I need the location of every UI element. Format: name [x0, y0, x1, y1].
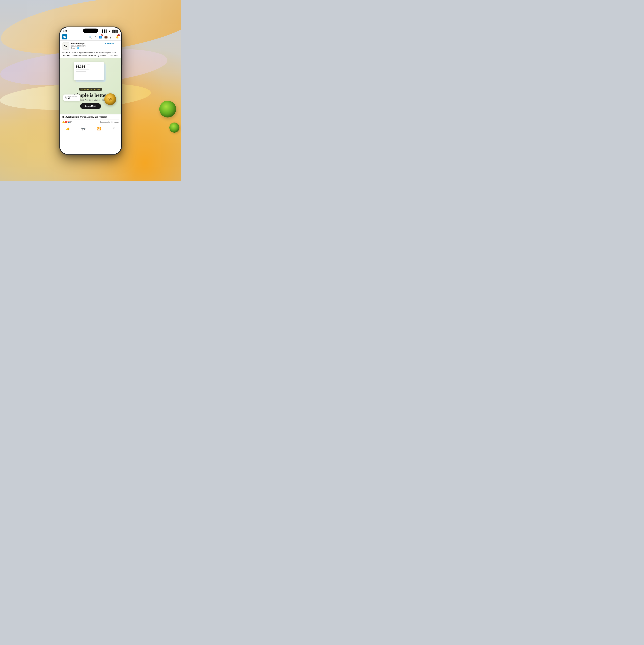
home-nav-icon[interactable]: ⌂ — [94, 35, 96, 39]
send-icon: ✉ — [112, 127, 115, 131]
post-header: W Wealthsimple 110,652 followers 1mo • 🌐… — [60, 41, 121, 51]
home-icon: ⌂ — [94, 35, 96, 39]
see-more-link[interactable]: ...see more — [108, 54, 118, 57]
battery-icon: ▓▓▓ — [112, 29, 118, 33]
card-mockup: Sasha's GRSP Total Value $6,364 — [74, 62, 107, 83]
messages-icon: 💬 — [110, 35, 113, 39]
company-avatar[interactable]: W — [62, 42, 69, 50]
time-text: 1mo — [71, 47, 75, 49]
comments-count: 3 comments — [100, 121, 110, 123]
jobs-icon: 💼 — [104, 35, 108, 39]
green-ball-small — [170, 123, 180, 133]
action-bar: 👍 💬 🔁 ✉ — [60, 125, 121, 132]
workplace-badge: WORKPLACE SAVINGS — [79, 87, 102, 91]
comment-action-button[interactable]: 💬 — [81, 127, 85, 131]
comment-icon: 💬 — [81, 127, 85, 131]
green-ball-large — [159, 101, 176, 118]
post-meta: Wealthsimple 110,652 followers 1mo • 🌐 — [71, 42, 103, 49]
post-time: 1mo • 🌐 — [71, 47, 103, 49]
post-footer: The Wealthsimple Workplace Savings Progr… — [60, 114, 121, 125]
signal-icon: ▌▌▌ — [102, 29, 107, 33]
status-icons: ▌▌▌ ▲ ▓▓▓ — [102, 29, 118, 33]
phone-wrapper: 9:41 ▌▌▌ ▲ ▓▓▓ in 🔍 ⌂ — [59, 27, 121, 155]
engagement-comments: 3 comments • 3 reposts — [100, 121, 119, 123]
card-value: $6,364 — [76, 65, 102, 68]
reactions-container: 👍 ❤️ 🎉 87 — [62, 121, 72, 124]
repost-action-button[interactable]: 🔁 — [97, 127, 101, 131]
wifi-icon: ▲ — [108, 29, 111, 33]
messages-nav-icon[interactable]: 💬 — [110, 35, 113, 39]
post-content: W Wealthsimple 110,652 followers 1mo • 🌐… — [60, 41, 121, 154]
reposts-count: 3 reposts — [111, 121, 119, 123]
separator: • — [110, 121, 111, 123]
card-line-1 — [76, 69, 89, 70]
avatar-letter: W — [64, 44, 68, 48]
company-followers: 110,652 followers — [71, 45, 103, 47]
contrib-value: $208 — [65, 97, 78, 99]
phone-screen: 9:41 ▌▌▌ ▲ ▓▓▓ in 🔍 ⌂ — [60, 27, 121, 154]
gold-coin: W — [104, 93, 116, 105]
linkedin-logo-text: in — [63, 35, 66, 38]
like-icon: 👍 — [66, 127, 70, 131]
post-title-link[interactable]: The Wealthsimple Workplace Savings Progr… — [62, 116, 119, 120]
card-lines — [76, 69, 102, 72]
card-front: Sasha's GRSP Total Value $6,364 — [74, 62, 104, 80]
card-line-2 — [76, 71, 86, 72]
employer-contribution-card: Employer Contribution $208 — [63, 94, 80, 101]
post-body-text: Simple is better. A registered account f… — [62, 51, 116, 57]
status-time: 9:41 — [63, 30, 67, 32]
more-options-button[interactable]: ··· — [115, 42, 119, 45]
search-icon: 🔍 — [89, 35, 92, 39]
send-action-button[interactable]: ✉ — [112, 127, 115, 131]
contrib-label: Employer Contribution — [65, 96, 78, 97]
reaction-count: 87 — [70, 121, 72, 123]
coin-letter: W — [108, 97, 112, 102]
ad-creative: Sasha's GRSP Total Value $6,364 Employer… — [60, 58, 121, 114]
like-action-button[interactable]: 👍 — [66, 127, 70, 131]
globe-icon: 🌐 — [77, 47, 79, 49]
network-badge: 6 — [101, 34, 103, 36]
post-text: Simple is better. A registered account f… — [60, 51, 121, 58]
company-name[interactable]: Wealthsimple — [71, 42, 103, 45]
notifications-nav-icon[interactable]: 🔔 19 — [116, 35, 119, 39]
jobs-nav-icon[interactable]: 💼 — [104, 35, 108, 39]
reaction-celebrate: 🎉 — [67, 121, 70, 124]
linkedin-navbar: in 🔍 ⌂ 👥 6 💼 💬 — [60, 33, 121, 41]
search-nav-icon[interactable]: 🔍 — [89, 35, 92, 39]
notifications-badge: 19 — [117, 34, 120, 36]
linkedin-logo[interactable]: in — [62, 34, 67, 39]
dynamic-island — [83, 28, 98, 33]
learn-more-button[interactable]: Learn More — [80, 103, 101, 109]
network-nav-icon[interactable]: 👥 6 — [99, 35, 102, 39]
repost-icon: 🔁 — [97, 127, 101, 131]
follow-button[interactable]: + Follow — [105, 42, 114, 45]
separator: • — [75, 47, 76, 49]
card-label: Sasha's GRSP Total Value — [76, 63, 102, 65]
phone-device: 9:41 ▌▌▌ ▲ ▓▓▓ in 🔍 ⌂ — [59, 27, 121, 155]
engagement-row: 👍 ❤️ 🎉 87 3 comments • 3 reposts — [62, 120, 119, 125]
